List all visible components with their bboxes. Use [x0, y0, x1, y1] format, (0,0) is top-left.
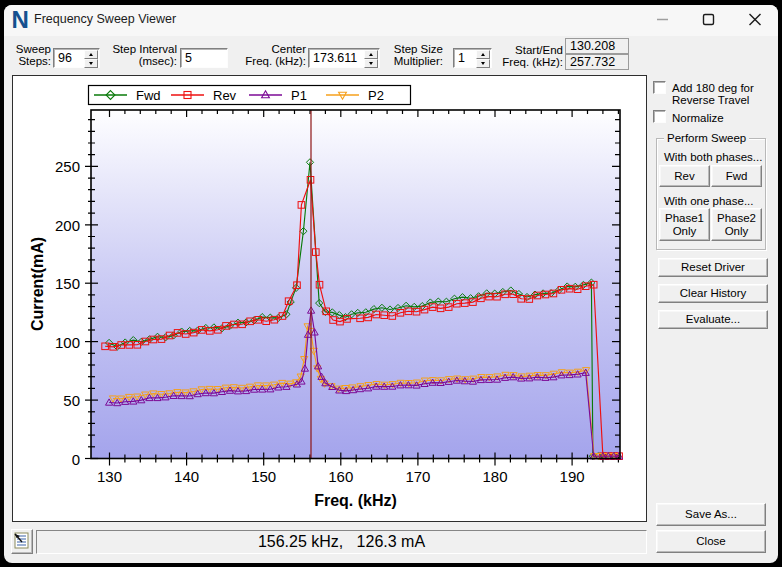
svg-text:50: 50: [63, 392, 80, 409]
svg-text:Current(mA): Current(mA): [29, 237, 46, 331]
svg-text:150: 150: [251, 468, 276, 485]
svg-text:140: 140: [174, 468, 199, 485]
svg-text:130: 130: [97, 468, 122, 485]
svg-text:180: 180: [482, 468, 507, 485]
svg-text:150: 150: [55, 275, 80, 292]
svg-text:190: 190: [560, 468, 585, 485]
svg-text:P2: P2: [368, 88, 384, 103]
svg-text:Fwd: Fwd: [136, 88, 161, 103]
svg-text:160: 160: [328, 468, 353, 485]
svg-text:100: 100: [55, 334, 80, 351]
svg-text:170: 170: [405, 468, 430, 485]
svg-text:Rev: Rev: [213, 88, 237, 103]
svg-text:200: 200: [55, 217, 80, 234]
svg-text:250: 250: [55, 158, 80, 175]
svg-text:0: 0: [72, 451, 80, 468]
svg-text:P1: P1: [291, 88, 307, 103]
svg-text:Freq. (kHz): Freq. (kHz): [314, 492, 397, 509]
